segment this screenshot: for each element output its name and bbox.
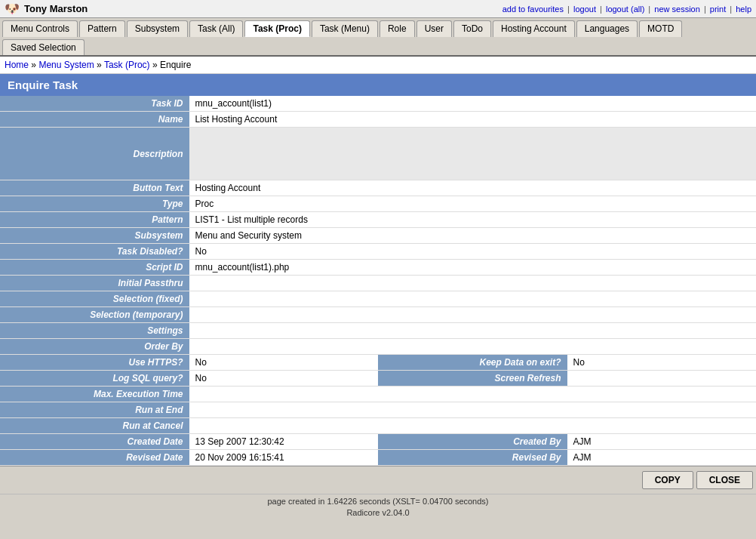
tab-motd[interactable]: MOTD <box>639 20 682 37</box>
tab-role[interactable]: Role <box>380 20 415 37</box>
task-disabled-label: Task Disabled? <box>0 244 189 260</box>
second-tab-row: Saved Selection <box>0 37 756 57</box>
form-table: Task ID mnu_account(list1) Name List Hos… <box>0 96 756 466</box>
revised-date-value: 20 Nov 2009 16:15:41 <box>189 450 379 466</box>
initial-passthru-label: Initial Passthru <box>0 276 189 291</box>
order-by-label: Order By <box>0 339 189 355</box>
footer-version: Radicore v2.04.0 <box>346 508 409 517</box>
top-bar-right: add to favourites | logout | logout (all… <box>502 5 751 14</box>
user-icon: 🐶 <box>5 2 20 16</box>
row-initial-passthru: Initial Passthru <box>0 276 756 291</box>
order-by-value <box>189 339 757 355</box>
help-link[interactable]: help <box>736 5 751 14</box>
row-pattern: Pattern LIST1 - List multiple records <box>0 212 756 228</box>
name-label: Name <box>0 112 189 128</box>
add-to-favourites-link[interactable]: add to favourites <box>502 5 564 14</box>
close-button[interactable]: CLOSE <box>696 471 753 489</box>
new-session-link[interactable]: new session <box>654 5 700 14</box>
row-max-execution: Max. Execution Time <box>0 387 756 402</box>
type-value: Proc <box>189 196 757 212</box>
created-by-label: Created By <box>378 434 567 450</box>
row-selection-fixed: Selection (fixed) <box>0 291 756 307</box>
use-https-label: Use HTTPS? <box>0 355 189 371</box>
row-run-at-cancel: Run at Cancel <box>0 418 756 434</box>
row-description: Description <box>0 128 756 180</box>
tab-user[interactable]: User <box>416 20 452 37</box>
main-content: Enquire Task Task ID mnu_account(list1) … <box>0 74 756 466</box>
pattern-label: Pattern <box>0 212 189 228</box>
page-title: Enquire Task <box>0 74 756 96</box>
screen-refresh-label: Screen Refresh <box>378 371 567 387</box>
user-name: Tony Marston <box>24 3 88 14</box>
max-execution-value <box>189 387 757 402</box>
tab-task-proc[interactable]: Task (Proc) <box>244 20 309 37</box>
tab-task-menu[interactable]: Task (Menu) <box>312 20 378 37</box>
script-id-value: mnu_account(list1).php <box>189 260 757 276</box>
max-execution-label: Max. Execution Time <box>0 387 189 402</box>
footer-line1: page created in 1.64226 seconds (XSLT= 0… <box>0 494 756 508</box>
row-settings: Settings <box>0 323 756 339</box>
subsystem-label: Subsystem <box>0 228 189 244</box>
tab-saved-selection[interactable]: Saved Selection <box>2 39 85 55</box>
script-id-label: Script ID <box>0 260 189 276</box>
copy-button[interactable]: COPY <box>642 471 693 489</box>
tab-hosting-account[interactable]: Hosting Account <box>493 20 575 37</box>
task-id-value: mnu_account(list1) <box>189 96 757 112</box>
tab-menu-controls[interactable]: Menu Controls <box>2 20 78 37</box>
row-name: Name List Hosting Account <box>0 112 756 128</box>
selection-fixed-label: Selection (fixed) <box>0 291 189 307</box>
row-logsql-screenrefresh: Log SQL query? No Screen Refresh <box>0 371 756 387</box>
run-at-cancel-label: Run at Cancel <box>0 418 189 434</box>
created-date-value: 13 Sep 2007 12:30:42 <box>189 434 379 450</box>
print-link[interactable]: print <box>710 5 726 14</box>
type-label: Type <box>0 196 189 212</box>
breadcrumb-home[interactable]: Home <box>5 60 29 70</box>
run-at-end-value <box>189 402 757 418</box>
breadcrumb: Home » Menu System » Task (Proc) » Enqui… <box>0 57 756 74</box>
row-task-id: Task ID mnu_account(list1) <box>0 96 756 112</box>
selection-temporary-value <box>189 307 757 323</box>
log-sql-label: Log SQL query? <box>0 371 189 387</box>
settings-label: Settings <box>0 323 189 339</box>
breadcrumb-current: Enquire <box>160 60 191 70</box>
run-at-end-label: Run at End <box>0 402 189 418</box>
keep-data-value: No <box>567 355 757 371</box>
tab-task-all[interactable]: Task (All) <box>189 20 243 37</box>
breadcrumb-menu-system[interactable]: Menu System <box>38 60 94 70</box>
row-type: Type Proc <box>0 196 756 212</box>
created-date-label: Created Date <box>0 434 189 450</box>
row-selection-temporary: Selection (temporary) <box>0 307 756 323</box>
tab-subsystem[interactable]: Subsystem <box>127 20 188 37</box>
footer-text: page created in 1.64226 seconds (XSLT= 0… <box>267 497 488 506</box>
nav-tabs: Menu Controls Pattern Subsystem Task (Al… <box>0 18 756 37</box>
keep-data-label: Keep Data on exit? <box>378 355 567 371</box>
tab-pattern[interactable]: Pattern <box>79 20 125 37</box>
revised-date-label: Revised Date <box>0 450 189 466</box>
tab-languages[interactable]: Languages <box>576 20 638 37</box>
tab-todo[interactable]: ToDo <box>453 20 491 37</box>
revised-by-label: Revised By <box>378 450 567 466</box>
name-value: List Hosting Account <box>189 112 757 128</box>
task-id-label: Task ID <box>0 96 189 112</box>
row-subsystem: Subsystem Menu and Security system <box>0 228 756 244</box>
description-value <box>189 128 757 180</box>
created-by-value: AJM <box>567 434 757 450</box>
top-bar-left: 🐶 Tony Marston <box>5 2 88 16</box>
row-script-id: Script ID mnu_account(list1).php <box>0 260 756 276</box>
pattern-value: LIST1 - List multiple records <box>189 212 757 228</box>
footer-line2: Radicore v2.04.0 <box>0 508 756 519</box>
logout-all-link[interactable]: logout (all) <box>606 5 644 14</box>
row-https-keepdata: Use HTTPS? No Keep Data on exit? No <box>0 355 756 371</box>
row-order-by: Order By <box>0 339 756 355</box>
task-disabled-value: No <box>189 244 757 260</box>
row-run-at-end: Run at End <box>0 402 756 418</box>
button-bar: COPY CLOSE <box>0 466 756 494</box>
top-bar: 🐶 Tony Marston add to favourites | logou… <box>0 0 756 18</box>
selection-fixed-value <box>189 291 757 307</box>
logout-link[interactable]: logout <box>573 5 596 14</box>
row-created: Created Date 13 Sep 2007 12:30:42 Create… <box>0 434 756 450</box>
screen-refresh-value <box>567 371 757 387</box>
breadcrumb-task-proc[interactable]: Task (Proc) <box>104 60 150 70</box>
initial-passthru-value <box>189 276 757 291</box>
settings-value <box>189 323 757 339</box>
